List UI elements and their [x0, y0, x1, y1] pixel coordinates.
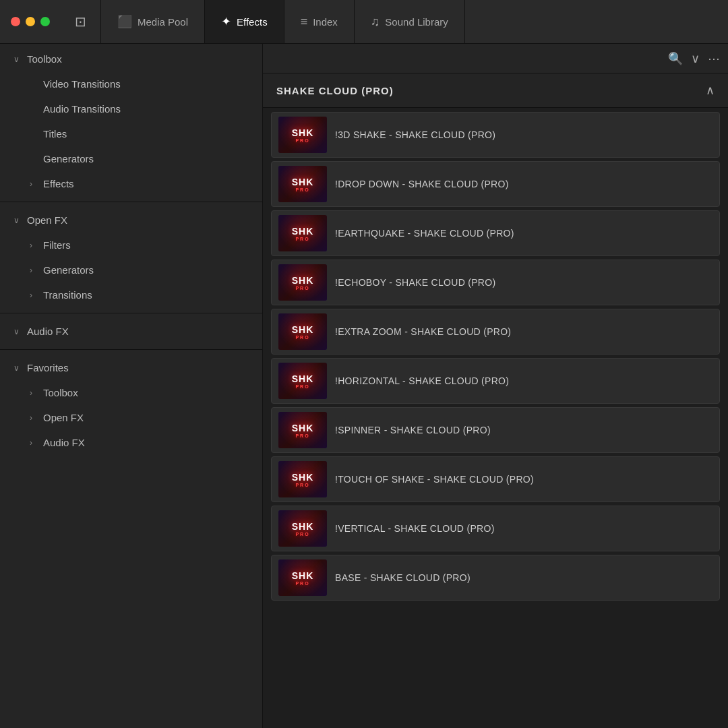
tab-index[interactable]: ≡ Index — [284, 0, 355, 43]
toolbox-fav-expand-icon: › — [30, 388, 43, 398]
tab-effects[interactable]: ✦ Effects — [205, 0, 284, 43]
audio-fx-fav-expand-icon: › — [30, 438, 43, 448]
toolbox-expand-icon: ∨ — [13, 55, 27, 64]
effect-item-horizontal[interactable]: SHKPRO!HORIZONTAL - SHAKE CLOUD (PRO) — [271, 358, 720, 404]
sort-chevron-icon[interactable]: ∨ — [691, 51, 700, 66]
sound-library-icon: ♫ — [371, 15, 380, 29]
index-icon: ≡ — [301, 15, 308, 29]
shk-text: SHK — [292, 472, 314, 483]
sidebar-item-generators[interactable]: Generators — [0, 146, 262, 171]
effect-thumbnail-vertical: SHKPRO — [278, 510, 327, 547]
toolbox-section: ∨ Toolbox Video Transitions Audio Transi… — [0, 44, 262, 199]
effect-thumbnail-earthquake: SHKPRO — [278, 215, 327, 251]
tab-media-pool[interactable]: ⬛ Media Pool — [101, 0, 205, 43]
more-options-icon[interactable]: ⋯ — [708, 51, 720, 66]
effect-item-extra-zoom[interactable]: SHKPRO!EXTRA ZOOM - SHAKE CLOUD (PRO) — [271, 309, 720, 355]
sidebar-toggle-button[interactable]: ⊡ — [61, 0, 101, 43]
tab-index-label: Index — [313, 16, 338, 28]
effect-item-echoboy[interactable]: SHKPRO!ECHOBOY - SHAKE CLOUD (PRO) — [271, 260, 720, 305]
sidebar-item-audio-transitions[interactable]: Audio Transitions — [0, 96, 262, 121]
sidebar-item-audio-fx-fav[interactable]: › Audio FX — [0, 430, 262, 455]
effect-item-touch-of-shake[interactable]: SHKPRO!TOUCH OF SHAKE - SHAKE CLOUD (PRO… — [271, 456, 720, 502]
shk-pro-text: PRO — [295, 335, 309, 340]
shk-pro-text: PRO — [295, 433, 309, 438]
effect-name-spinner: !SPINNER - SHAKE CLOUD (PRO) — [335, 425, 491, 435]
generators-openfx-expand-icon: › — [30, 266, 43, 275]
audio-fx-section: ∨ Audio FX — [0, 316, 262, 346]
effect-name-horizontal: !HORIZONTAL - SHAKE CLOUD (PRO) — [335, 375, 509, 386]
shk-pro-text: PRO — [295, 187, 309, 192]
divider-2 — [0, 313, 262, 313]
titles-label: Titles — [43, 128, 249, 140]
effect-name-extra-zoom: !EXTRA ZOOM - SHAKE CLOUD (PRO) — [335, 326, 511, 337]
tab-media-pool-label: Media Pool — [138, 16, 188, 28]
shk-pro-text: PRO — [295, 286, 309, 291]
effect-thumbnail-horizontal: SHKPRO — [278, 363, 327, 399]
media-pool-icon: ⬛ — [117, 14, 132, 29]
favorites-expand-icon: ∨ — [13, 363, 27, 373]
sidebar-item-toolbox[interactable]: ∨ Toolbox — [0, 47, 262, 71]
sidebar-item-transitions-openfx[interactable]: › Transitions — [0, 282, 262, 307]
sidebar-item-generators-openfx[interactable]: › Generators — [0, 257, 262, 282]
shk-text: SHK — [292, 177, 314, 187]
nav-tabs: ⬛ Media Pool ✦ Effects ≡ Index ♫ Sound L… — [101, 0, 728, 43]
favorites-label: Favorites — [27, 362, 249, 373]
sidebar-item-titles[interactable]: Titles — [0, 121, 262, 146]
tab-sound-library[interactable]: ♫ Sound Library — [355, 0, 465, 43]
audio-fx-fav-label: Audio FX — [43, 437, 249, 448]
transitions-openfx-label: Transitions — [43, 289, 249, 301]
effect-name-base: BASE - SHAKE CLOUD (PRO) — [335, 572, 471, 583]
sidebar-item-filters[interactable]: › Filters — [0, 233, 262, 257]
filters-label: Filters — [43, 239, 249, 251]
shk-text: SHK — [292, 226, 314, 237]
effects-header-title: SHAKE CLOUD (PRO) — [276, 85, 706, 96]
audio-transitions-label: Audio Transitions — [43, 103, 249, 115]
audio-fx-label: Audio FX — [27, 326, 249, 337]
open-fx-fav-expand-icon: › — [30, 413, 43, 423]
shk-text: SHK — [292, 324, 314, 335]
effects-list: SHKPRO!3D SHAKE - SHAKE CLOUD (PRO)SHKPR… — [263, 108, 728, 728]
effect-thumbnail-drop-down: SHKPRO — [278, 166, 327, 202]
effects-icon: ✦ — [221, 14, 231, 29]
open-fx-section: ∨ Open FX › Filters › Generators › Trans… — [0, 205, 262, 310]
minimize-button[interactable] — [26, 17, 35, 26]
sidebar-item-open-fx-fav[interactable]: › Open FX — [0, 405, 262, 430]
search-icon[interactable]: 🔍 — [668, 51, 683, 66]
sidebar-item-toolbox-fav[interactable]: › Toolbox — [0, 380, 262, 405]
sidebar-item-open-fx[interactable]: ∨ Open FX — [0, 208, 262, 233]
effect-item-base[interactable]: SHKPROBASE - SHAKE CLOUD (PRO) — [271, 555, 720, 601]
effect-thumbnail-extra-zoom: SHKPRO — [278, 313, 327, 350]
effect-thumbnail-touch-of-shake: SHKPRO — [278, 461, 327, 497]
sidebar-item-effects[interactable]: › Effects — [0, 171, 262, 196]
effect-thumbnail-base: SHKPRO — [278, 559, 327, 596]
shk-text: SHK — [292, 570, 314, 581]
effect-item-drop-down[interactable]: SHKPRO!DROP DOWN - SHAKE CLOUD (PRO) — [271, 161, 720, 207]
content-toolbar: 🔍 ∨ ⋯ — [263, 44, 728, 73]
shk-text: SHK — [292, 275, 314, 286]
shk-pro-text: PRO — [295, 483, 309, 487]
open-fx-expand-icon: ∨ — [13, 216, 27, 225]
effect-item-spinner[interactable]: SHKPRO!SPINNER - SHAKE CLOUD (PRO) — [271, 407, 720, 453]
effect-thumbnail-3d-shake: SHKPRO — [278, 117, 327, 153]
divider-3 — [0, 349, 262, 350]
close-button[interactable] — [11, 17, 20, 26]
shk-text: SHK — [292, 423, 314, 433]
toolbox-fav-label: Toolbox — [43, 387, 249, 398]
video-transitions-label: Video Transitions — [43, 78, 249, 90]
effect-item-3d-shake[interactable]: SHKPRO!3D SHAKE - SHAKE CLOUD (PRO) — [271, 112, 720, 158]
maximize-button[interactable] — [40, 17, 50, 26]
effect-name-touch-of-shake: !TOUCH OF SHAKE - SHAKE CLOUD (PRO) — [335, 474, 534, 485]
collapse-button[interactable]: ∧ — [706, 83, 715, 98]
shk-text: SHK — [292, 127, 314, 138]
sidebar-item-favorites[interactable]: ∨ Favorites — [0, 355, 262, 380]
sidebar-item-audio-fx[interactable]: ∨ Audio FX — [0, 319, 262, 344]
generators-label: Generators — [43, 153, 249, 164]
effect-item-vertical[interactable]: SHKPRO!VERTICAL - SHAKE CLOUD (PRO) — [271, 506, 720, 551]
sidebar-item-video-transitions[interactable]: Video Transitions — [0, 71, 262, 96]
effect-name-drop-down: !DROP DOWN - SHAKE CLOUD (PRO) — [335, 179, 509, 189]
effect-name-3d-shake: !3D SHAKE - SHAKE CLOUD (PRO) — [335, 129, 495, 140]
main-layout: ∨ Toolbox Video Transitions Audio Transi… — [0, 44, 728, 728]
effect-item-earthquake[interactable]: SHKPRO!EARTHQUAKE - SHAKE CLOUD (PRO) — [271, 210, 720, 256]
open-fx-fav-label: Open FX — [43, 412, 249, 423]
shk-pro-text: PRO — [295, 532, 309, 537]
